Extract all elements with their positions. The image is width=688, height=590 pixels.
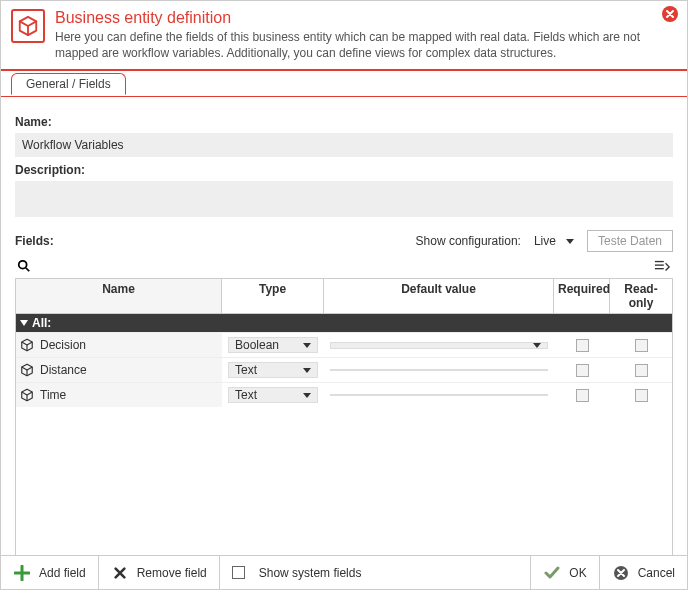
- chevron-down-icon: [303, 393, 311, 398]
- cell-required: [554, 333, 610, 357]
- chevron-down-icon: [533, 343, 541, 348]
- description-label: Description:: [15, 163, 673, 177]
- entity-cube-icon: [20, 338, 34, 352]
- cell-name[interactable]: Distance: [16, 358, 222, 382]
- x-icon: [111, 564, 129, 582]
- tab-underline: [1, 96, 687, 97]
- entity-cube-icon: [20, 388, 34, 402]
- show-configuration-select[interactable]: Live: [529, 231, 579, 251]
- readonly-checkbox[interactable]: [635, 364, 648, 377]
- ok-label: OK: [569, 566, 586, 580]
- cell-required: [554, 358, 610, 382]
- cell-default: [324, 358, 554, 382]
- cancel-label: Cancel: [638, 566, 675, 580]
- default-value-input[interactable]: [330, 342, 548, 349]
- type-select[interactable]: Text: [228, 362, 318, 378]
- form-area: Name: Description: Fields: Show configur…: [1, 97, 687, 558]
- ok-button[interactable]: OK: [530, 556, 599, 589]
- column-settings-button[interactable]: [651, 256, 673, 276]
- col-header-name[interactable]: Name: [16, 279, 222, 313]
- col-header-default[interactable]: Default value: [324, 279, 554, 313]
- field-name: Distance: [40, 363, 87, 377]
- cell-name[interactable]: Decision: [16, 333, 222, 357]
- table-row[interactable]: DistanceText: [16, 357, 672, 382]
- search-row: [15, 256, 673, 276]
- show-system-fields-toggle[interactable]: Show system fields: [220, 556, 374, 589]
- col-header-readonly[interactable]: Read-only: [610, 279, 672, 313]
- fields-label: Fields:: [15, 234, 54, 248]
- grid-empty-area: [16, 407, 672, 557]
- field-name: Decision: [40, 338, 86, 352]
- name-input[interactable]: [15, 133, 673, 157]
- chevron-down-icon: [303, 343, 311, 348]
- close-button[interactable]: [661, 5, 679, 23]
- remove-field-button[interactable]: Remove field: [99, 556, 220, 589]
- add-field-button[interactable]: Add field: [1, 556, 99, 589]
- cancel-button[interactable]: Cancel: [600, 556, 687, 589]
- type-value: Text: [235, 388, 257, 402]
- dialog-footer: Add field Remove field Show system field…: [1, 555, 687, 589]
- table-row[interactable]: DecisionBoolean: [16, 332, 672, 357]
- cell-type: Boolean: [222, 333, 324, 357]
- name-label: Name:: [15, 115, 673, 129]
- tab-strip: General / Fields: [1, 73, 687, 97]
- cell-default: [324, 383, 554, 407]
- show-system-fields-label: Show system fields: [259, 566, 362, 580]
- cell-name[interactable]: Time: [16, 383, 222, 407]
- remove-field-label: Remove field: [137, 566, 207, 580]
- col-header-required[interactable]: Required: [554, 279, 610, 313]
- default-value-input[interactable]: [330, 369, 548, 371]
- grid-group-all[interactable]: All:: [16, 314, 672, 332]
- svg-line-2: [26, 268, 30, 272]
- add-field-label: Add field: [39, 566, 86, 580]
- required-checkbox[interactable]: [576, 339, 589, 352]
- required-checkbox[interactable]: [576, 389, 589, 402]
- cell-required: [554, 383, 610, 407]
- type-select[interactable]: Text: [228, 387, 318, 403]
- fields-toolbar: Fields: Show configuration: Live Teste D…: [15, 230, 673, 252]
- cell-type: Text: [222, 383, 324, 407]
- default-value-input[interactable]: [330, 394, 548, 396]
- dialog-description: Here you can define the fields of this b…: [55, 29, 675, 61]
- show-configuration-label: Show configuration:: [416, 234, 521, 248]
- chevron-down-icon: [566, 239, 574, 244]
- readonly-checkbox[interactable]: [635, 339, 648, 352]
- svg-point-1: [19, 261, 27, 269]
- type-value: Boolean: [235, 338, 279, 352]
- entity-cube-icon: [20, 363, 34, 377]
- disclosure-triangle-icon: [20, 320, 28, 326]
- search-icon: [15, 257, 33, 275]
- search-input[interactable]: [39, 256, 645, 276]
- checkbox-icon: [232, 566, 245, 579]
- plus-icon: [13, 564, 31, 582]
- description-input[interactable]: [15, 181, 673, 217]
- cell-readonly: [610, 333, 672, 357]
- readonly-checkbox[interactable]: [635, 389, 648, 402]
- check-icon: [543, 564, 561, 582]
- type-select[interactable]: Boolean: [228, 337, 318, 353]
- required-checkbox[interactable]: [576, 364, 589, 377]
- dialog-title: Business entity definition: [55, 9, 675, 27]
- tab-general-fields[interactable]: General / Fields: [11, 73, 126, 95]
- type-value: Text: [235, 363, 257, 377]
- cancel-icon: [612, 564, 630, 582]
- table-row[interactable]: TimeText: [16, 382, 672, 407]
- chevron-down-icon: [303, 368, 311, 373]
- grid-group-label: All:: [32, 316, 51, 330]
- cell-readonly: [610, 358, 672, 382]
- cell-readonly: [610, 383, 672, 407]
- fields-grid: Name Type Default value Required Read-on…: [15, 278, 673, 558]
- cell-type: Text: [222, 358, 324, 382]
- field-name: Time: [40, 388, 66, 402]
- grid-header: Name Type Default value Required Read-on…: [16, 279, 672, 314]
- entity-cube-icon: [11, 9, 45, 43]
- dialog-header: Business entity definition Here you can …: [1, 1, 687, 71]
- cell-default: [324, 333, 554, 357]
- col-header-type[interactable]: Type: [222, 279, 324, 313]
- test-data-button[interactable]: Teste Daten: [587, 230, 673, 252]
- show-configuration-value: Live: [534, 234, 556, 248]
